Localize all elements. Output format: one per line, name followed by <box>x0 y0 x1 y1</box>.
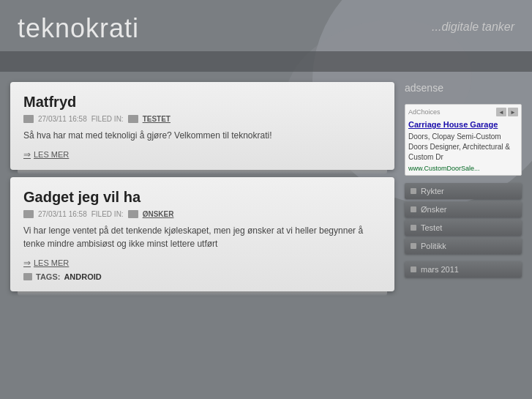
post-card-1: Matfryd 27/03/11 16:58 FILED IN: TESTET … <box>10 82 394 170</box>
post-excerpt-2: Vi har lenge ventet på det tenkende kjøl… <box>23 224 381 250</box>
sidebar: adsense AdChoices ◄ ► Carriage House Gar… <box>405 82 522 291</box>
post-category-1: TESTET <box>143 115 171 123</box>
post-date-1: 27/03/11 16:58 <box>38 115 87 123</box>
ad-header: AdChoices ◄ ► <box>408 108 518 116</box>
site-title: teknokrati <box>18 13 139 44</box>
read-more-label-2: LES MER <box>34 258 69 267</box>
post-tags-2: TAGS: ANDROID <box>23 272 381 281</box>
nav-square-icon-4 <box>411 243 416 249</box>
ad-body: Doors, Clopay Semi-Custom Doors Designer… <box>408 132 518 163</box>
post-date-2: 27/03/11 16:58 <box>38 210 87 218</box>
ad-title[interactable]: Carriage House Garage <box>408 119 518 130</box>
sidebar-item-label-3: Testet <box>421 223 442 232</box>
layout: Matfryd 27/03/11 16:58 FILED IN: TESTET … <box>0 72 532 291</box>
post-excerpt-1: Så hva har mat med teknoligi å gjøre? Ve… <box>23 129 381 142</box>
post-filed-label-2: FILED IN: <box>91 210 124 218</box>
post-filed-label-1: FILED IN: <box>91 115 124 123</box>
read-more-label-1: LES MER <box>34 150 69 159</box>
archive-item-mars2011[interactable]: mars 2011 <box>405 261 522 277</box>
post-title-1: Matfryd <box>23 94 381 111</box>
nav-bar <box>0 51 532 72</box>
tag-icon-2 <box>23 273 32 280</box>
ad-next-button[interactable]: ► <box>508 108 518 116</box>
archive-square-icon <box>411 266 416 272</box>
ad-prev-button[interactable]: ◄ <box>496 108 506 116</box>
read-more-arrow-1: ⇒ <box>23 149 31 160</box>
post-meta-1: 27/03/11 16:58 FILED IN: TESTET <box>23 115 381 123</box>
sidebar-item-label-1: Rykter <box>421 187 444 195</box>
sidebar-item-testet[interactable]: Testet <box>405 220 522 236</box>
read-more-arrow-2: ⇒ <box>23 258 31 268</box>
post-title-2: Gadget jeg vil ha <box>23 189 381 206</box>
ad-url[interactable]: www.CustomDoorSale... <box>408 165 518 172</box>
ad-nav-buttons: ◄ ► <box>496 108 518 116</box>
ad-choices-label: AdChoices <box>408 108 441 116</box>
sidebar-item-label-2: Ønsker <box>421 205 446 214</box>
calendar-icon-2 <box>23 210 34 218</box>
site-tagline: ...digitale tanker <box>432 20 514 34</box>
nav-square-icon-3 <box>411 225 416 231</box>
main-content: Matfryd 27/03/11 16:58 FILED IN: TESTET … <box>10 82 394 291</box>
post-tag-value-2: ANDROID <box>64 272 101 281</box>
post-meta-2: 27/03/11 16:58 FILED IN: ØNSKER <box>23 210 381 218</box>
sidebar-item-label-4: Politikk <box>421 242 446 250</box>
file-icon-2 <box>128 210 138 218</box>
nav-square-icon-2 <box>411 206 416 212</box>
post-card-2: Gadget jeg vil ha 27/03/11 16:58 FILED I… <box>10 177 394 291</box>
sidebar-nav-group: Rykter Ønsker Testet Politikk <box>405 183 522 254</box>
ad-box: AdChoices ◄ ► Carriage House Garage Door… <box>405 104 522 176</box>
read-more-1[interactable]: ⇒ LES MER <box>23 149 381 160</box>
sidebar-item-politikk[interactable]: Politikk <box>405 238 522 254</box>
file-icon-1 <box>128 115 138 123</box>
sidebar-item-ønsker[interactable]: Ønsker <box>405 201 522 217</box>
sidebar-item-rykter[interactable]: Rykter <box>405 183 522 199</box>
adsense-label: adsense <box>405 82 522 94</box>
archive-item-label: mars 2011 <box>421 265 459 274</box>
read-more-2[interactable]: ⇒ LES MER <box>23 258 381 268</box>
calendar-icon-1 <box>23 115 34 123</box>
nav-square-icon-1 <box>411 188 416 194</box>
post-tags-label-2: TAGS: <box>36 272 60 281</box>
header: teknokrati ...digitale tanker <box>0 0 532 48</box>
post-category-2: ØNSKER <box>143 210 174 218</box>
